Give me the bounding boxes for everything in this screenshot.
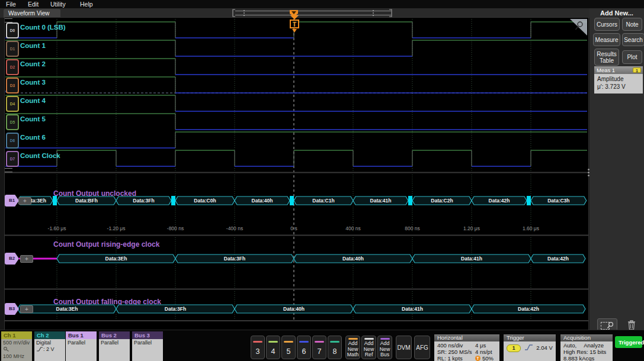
channel-color-stripe (299, 341, 309, 343)
digital-channel-label-D5[interactable]: Count 5 (20, 115, 46, 123)
trigger-marker-arrow-icon[interactable] (290, 15, 299, 20)
channel-button-4[interactable]: 4 (266, 336, 280, 359)
bus-segment-label: Data:3Eh (56, 306, 78, 312)
ch1-badge[interactable]: Ch 1 500 mV/div 100 MHz (1, 331, 32, 361)
bus-transition-block (290, 196, 294, 205)
plot-button[interactable]: Plot (622, 50, 642, 64)
add-new-bus-button[interactable]: Add New Bus (377, 336, 392, 359)
view-divider (5, 320, 588, 321)
digital-channel-label-D4[interactable]: Count 4 (20, 97, 46, 104)
bus1-type: Parallel (68, 340, 95, 346)
ch1-bandwidth: 100 MHz (3, 353, 24, 359)
trigger-panel[interactable]: Trigger 1 2.04 V (504, 334, 556, 361)
rising-edge-icon (36, 346, 43, 352)
digital-channel-badge-D6[interactable]: D6 (6, 133, 19, 149)
bus2-type: Parallel (101, 340, 128, 346)
add-new-math-button[interactable]: Add New Math (345, 336, 360, 359)
horizontal-recordlength: RL: 1 kpts (437, 355, 475, 361)
add-new-color-stripe (380, 338, 390, 340)
trigger-title: Trigger (504, 334, 556, 341)
menu-utility[interactable]: Utility (50, 1, 66, 8)
meas1-card[interactable]: Meas 1 1 Amplitude μ': 3.723 V (594, 66, 643, 94)
meas1-name: Meas 1 (597, 67, 615, 73)
digital-channel-label-D0[interactable]: Count 0 (LSB) (20, 24, 66, 31)
menu-bar: File Edit Utility Help (0, 0, 644, 8)
bus-segment-label: Data:41h (370, 198, 392, 204)
bus2-badge[interactable]: Bus 2 Parallel (99, 331, 130, 361)
acquisition-overview-ruler[interactable] (230, 9, 396, 17)
channel-button-7[interactable]: 7 (312, 336, 326, 359)
menu-help[interactable]: Help (80, 1, 93, 8)
digital-waveform-D6 (5, 132, 587, 148)
axis-tick-label: 800 ns (405, 225, 420, 231)
measure-button[interactable]: Measure (593, 33, 620, 46)
menu-file[interactable]: File (6, 1, 16, 8)
digital-channel-badge-D2[interactable]: D2 (6, 59, 19, 75)
digital-channel-label-D7[interactable]: Count Clock (20, 152, 60, 159)
acquisition-mode: Auto, (563, 342, 576, 349)
trigger-flag[interactable]: T (290, 20, 299, 28)
bus-segment-label: Data:40h (252, 198, 273, 204)
results-table-button[interactable]: Results Table (594, 49, 619, 66)
channel-color-stripe (253, 341, 262, 343)
bus3-badge[interactable]: Bus 3 Parallel (132, 331, 163, 361)
bus-segment-label: Data:42h (547, 256, 569, 262)
channel-button-3[interactable]: 3 (251, 336, 265, 359)
digital-channel-label-D6[interactable]: Count 6 (20, 134, 46, 141)
digital-channel-badge-D4[interactable]: D4 (6, 96, 19, 112)
digital-channel-label-D1[interactable]: Count 1 (20, 42, 46, 49)
cursors-button[interactable]: Cursors (594, 18, 620, 31)
bus-grabber-handle[interactable]: + (18, 197, 31, 205)
bus-segment-label: Data:C2h (431, 198, 453, 204)
bus1-badge[interactable]: Bus 1 Parallel (66, 331, 97, 361)
magnifier-icon (606, 321, 614, 330)
note-button[interactable]: Note (622, 18, 642, 31)
bus-transition-block (527, 196, 531, 205)
horizontal-title: Horizontal (434, 334, 499, 341)
afg-button[interactable]: AFG (414, 336, 430, 359)
bus-segment-label: Data:BFh (75, 198, 98, 204)
view-divider (5, 235, 588, 236)
horizontal-panel[interactable]: Horizontal 400 ns/div4 μs SR: 250 MS/s4 … (434, 334, 499, 361)
bus-segment-label: Data:42h (489, 198, 510, 204)
channel-button-8[interactable]: 8 (328, 336, 342, 359)
ch1-name: Ch 1 (1, 331, 32, 339)
waveform-canvas[interactable]: Count Output unclockedData:3EhData:BFhDa… (5, 18, 588, 330)
bus-title-B2: Count Output rising-edge clock (53, 240, 160, 249)
bus-segment-label: Data:40h (342, 256, 364, 262)
channel-button-5[interactable]: 5 (281, 336, 296, 359)
bus-grabber-handle[interactable]: + (20, 305, 33, 313)
digital-channel-badge-D5[interactable]: D5 (6, 114, 19, 130)
tab-waveform-view[interactable]: Waveform View (4, 9, 60, 18)
digital-channel-label-D2[interactable]: Count 2 (20, 60, 46, 67)
bus3-type: Parallel (134, 340, 161, 346)
trigger-marker-stem-icon (292, 29, 297, 33)
digital-channel-badge-D3[interactable]: D3 (6, 78, 19, 94)
ch2-badge[interactable]: Ch 2 Digital : 2 V (34, 331, 65, 361)
digital-channel-badge-D0[interactable]: D0 (6, 22, 19, 38)
digital-channel-badge-D7[interactable]: D7 (6, 151, 19, 167)
bus-segment-label: Data:3Fh (224, 256, 245, 262)
acquisition-panel[interactable]: Acquisition Auto,Analyze High Res: 15 bi… (560, 334, 613, 361)
add-new-title: Add New... (589, 9, 644, 17)
axis-tick-label: 0 s (290, 225, 297, 231)
digital-channel-label-D3[interactable]: Count 3 (20, 79, 46, 86)
ch2-threshold: : 2 V (43, 346, 55, 352)
dvm-button[interactable]: DVM (396, 336, 412, 359)
bus-segment-label: Data:40h (283, 306, 305, 312)
digital-waveform-D5 (5, 114, 587, 130)
ch2-mode: Digital (36, 340, 63, 346)
digital-channel-badge-D1[interactable]: D1 (6, 41, 19, 57)
search-button[interactable]: Search (622, 33, 644, 46)
digital-waveform-D7 (5, 150, 587, 166)
trigger-rising-edge-icon (524, 344, 533, 351)
trigger-level: 2.04 V (536, 344, 552, 351)
digital-group-handle-top[interactable] (5, 18, 12, 22)
digital-group-handle-bottom[interactable] (5, 168, 12, 172)
channel-button-6[interactable]: 6 (297, 336, 311, 359)
bus-grabber-handle[interactable]: + (20, 255, 33, 263)
triggered-indicator: Triggered (615, 336, 642, 348)
menu-edit[interactable]: Edit (28, 1, 39, 8)
bus-segment-label: Data:41h (402, 306, 423, 312)
add-new-ref-button[interactable]: Add New Ref (361, 336, 376, 359)
